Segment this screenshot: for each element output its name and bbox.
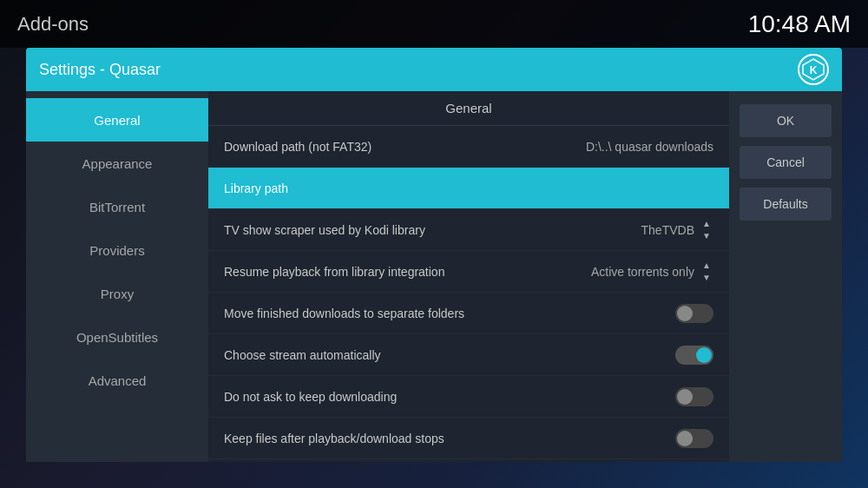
arrow-down-icon[interactable]: ▼ — [700, 231, 713, 241]
top-bar-time: 10:48 AM — [748, 10, 851, 38]
settings-row-keep-files[interactable]: Keep files after playback/download stops — [208, 418, 729, 459]
sidebar-item-providers[interactable]: Providers — [26, 228, 208, 272]
top-bar-title: Add-ons — [17, 13, 89, 36]
ok-button[interactable]: OK — [740, 104, 832, 137]
sidebar-item-opensubtitles[interactable]: OpenSubtitles — [26, 315, 208, 359]
settings-row-do-not-ask[interactable]: Do not ask to keep downloading — [208, 376, 729, 418]
row-arrows-resume-playback[interactable]: ▲▼ — [700, 260, 713, 283]
kodi-logo-icon: K — [798, 54, 829, 85]
settings-sidebar: GeneralAppearanceBitTorrentProvidersProx… — [26, 91, 208, 462]
sidebar-item-general[interactable]: General — [26, 98, 208, 142]
cancel-button[interactable]: Cancel — [740, 146, 832, 179]
row-label-do-not-ask: Do not ask to keep downloading — [224, 390, 397, 404]
settings-row-resume-playback[interactable]: Resume playback from library integration… — [208, 251, 729, 293]
settings-row-tv-scraper[interactable]: TV show scraper used by Kodi libraryTheT… — [208, 209, 729, 251]
settings-content: General Download path (not FAT32)D:\..\ … — [208, 91, 729, 462]
row-value-text-resume-playback: Active torrents only — [591, 265, 694, 279]
row-value-text-tv-scraper: TheTVDB — [641, 223, 694, 237]
row-label-choose-stream: Choose stream automatically — [224, 348, 381, 362]
settings-dialog: Settings - Quasar K GeneralAppearanceBit… — [26, 48, 842, 462]
sidebar-item-advanced[interactable]: Advanced — [26, 359, 208, 402]
svg-text:K: K — [810, 64, 818, 76]
row-value-resume-playback[interactable]: Active torrents only▲▼ — [591, 260, 713, 283]
settings-row-ask-delete[interactable]: Ask to delete the files after streaming — [208, 459, 729, 462]
row-value-download-path: D:\..\ quasar downloads — [586, 140, 713, 154]
right-panel: OK Cancel Defaults — [729, 91, 842, 462]
modal-body: GeneralAppearanceBitTorrentProvidersProx… — [26, 91, 842, 462]
defaults-button[interactable]: Defaults — [740, 188, 832, 221]
toggle-move-finished[interactable] — [675, 304, 713, 323]
settings-row-library-path[interactable]: Library path — [208, 168, 729, 209]
row-label-library-path: Library path — [224, 181, 288, 195]
arrow-down-icon[interactable]: ▼ — [700, 273, 713, 283]
row-label-keep-files: Keep files after playback/download stops — [224, 432, 444, 445]
modal-title: Settings - Quasar — [39, 61, 161, 79]
arrow-up-icon[interactable]: ▲ — [700, 219, 713, 229]
settings-row-choose-stream[interactable]: Choose stream automatically — [208, 334, 729, 376]
section-header: General — [208, 91, 729, 126]
row-label-tv-scraper: TV show scraper used by Kodi library — [224, 223, 425, 237]
toggle-do-not-ask[interactable] — [675, 387, 713, 406]
settings-rows-container: Download path (not FAT32)D:\..\ quasar d… — [208, 126, 729, 462]
arrow-up-icon[interactable]: ▲ — [700, 260, 713, 271]
row-value-tv-scraper[interactable]: TheTVDB▲▼ — [641, 219, 713, 241]
row-label-move-finished: Move finished downloads to separate fold… — [224, 307, 464, 320]
sidebar-item-bittorrent[interactable]: BitTorrent — [26, 185, 208, 228]
sidebar-item-appearance[interactable]: Appearance — [26, 142, 208, 185]
row-arrows-tv-scraper[interactable]: ▲▼ — [700, 219, 713, 241]
top-bar: Add-ons 10:48 AM — [0, 0, 868, 48]
settings-row-move-finished[interactable]: Move finished downloads to separate fold… — [208, 293, 729, 334]
row-label-resume-playback: Resume playback from library integration — [224, 265, 444, 279]
modal-header: Settings - Quasar K — [26, 48, 842, 91]
settings-row-download-path[interactable]: Download path (not FAT32)D:\..\ quasar d… — [208, 126, 729, 168]
toggle-choose-stream[interactable] — [675, 346, 713, 365]
row-label-download-path: Download path (not FAT32) — [224, 140, 372, 154]
toggle-keep-files[interactable] — [675, 429, 713, 448]
sidebar-item-proxy[interactable]: Proxy — [26, 272, 208, 315]
section-header-label: General — [445, 101, 491, 115]
